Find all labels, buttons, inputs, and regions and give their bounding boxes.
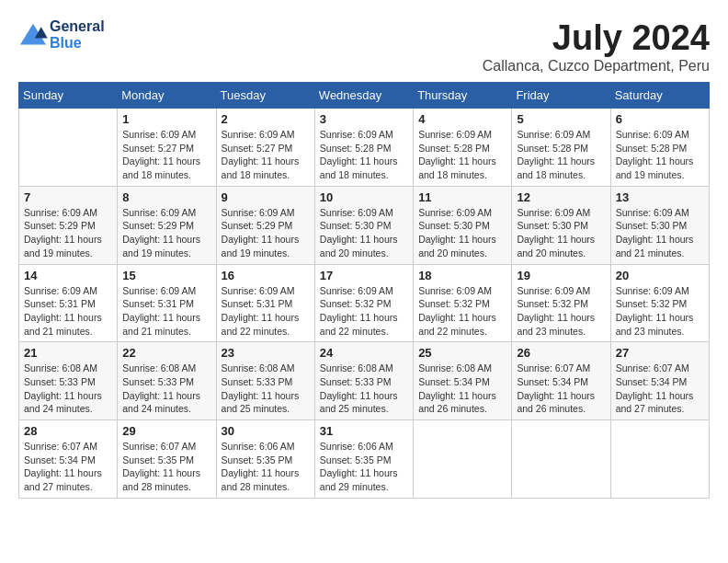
- col-thursday: Thursday: [414, 83, 512, 109]
- table-row: 15 Sunrise: 6:09 AMSunset: 5:31 PMDaylig…: [118, 264, 216, 342]
- day-detail: Sunrise: 6:06 AMSunset: 5:35 PMDaylight:…: [222, 441, 300, 492]
- calendar-week-0: 1 Sunrise: 6:09 AMSunset: 5:27 PMDayligh…: [19, 109, 710, 187]
- day-detail: Sunrise: 6:09 AMSunset: 5:28 PMDaylight:…: [517, 129, 595, 180]
- day-detail: Sunrise: 6:09 AMSunset: 5:32 PMDaylight:…: [616, 285, 694, 337]
- day-number: 18: [418, 269, 506, 282]
- calendar-week-3: 21 Sunrise: 6:08 AMSunset: 5:33 PMDaylig…: [19, 342, 710, 420]
- day-number: 4: [418, 112, 506, 126]
- calendar-table: Sunday Monday Tuesday Wednesday Thursday…: [18, 82, 710, 499]
- day-detail: Sunrise: 6:08 AMSunset: 5:33 PMDaylight:…: [222, 362, 300, 414]
- table-row: 6 Sunrise: 6:09 AMSunset: 5:28 PMDayligh…: [610, 109, 709, 187]
- day-detail: Sunrise: 6:09 AMSunset: 5:31 PMDaylight:…: [222, 285, 300, 337]
- day-detail: Sunrise: 6:09 AMSunset: 5:28 PMDaylight:…: [616, 129, 694, 180]
- day-detail: Sunrise: 6:09 AMSunset: 5:30 PMDaylight:…: [517, 207, 595, 259]
- day-number: 15: [122, 269, 210, 282]
- day-number: 26: [517, 346, 605, 360]
- day-detail: Sunrise: 6:08 AMSunset: 5:33 PMDaylight:…: [320, 362, 398, 414]
- day-detail: Sunrise: 6:09 AMSunset: 5:31 PMDaylight:…: [122, 285, 200, 337]
- table-row: 22 Sunrise: 6:08 AMSunset: 5:33 PMDaylig…: [118, 342, 216, 420]
- day-detail: Sunrise: 6:09 AMSunset: 5:31 PMDaylight:…: [24, 285, 102, 337]
- day-detail: Sunrise: 6:09 AMSunset: 5:30 PMDaylight:…: [418, 207, 496, 259]
- table-row: [19, 109, 118, 187]
- day-number: 8: [122, 190, 210, 204]
- table-row: 4 Sunrise: 6:09 AMSunset: 5:28 PMDayligh…: [414, 109, 512, 187]
- col-saturday: Saturday: [610, 83, 709, 109]
- day-number: 1: [122, 112, 210, 126]
- table-row: 7 Sunrise: 6:09 AMSunset: 5:29 PMDayligh…: [19, 186, 118, 264]
- day-number: 5: [517, 112, 605, 126]
- day-number: 23: [222, 346, 310, 360]
- day-detail: Sunrise: 6:07 AMSunset: 5:35 PMDaylight:…: [122, 441, 200, 492]
- table-row: 25 Sunrise: 6:08 AMSunset: 5:34 PMDaylig…: [414, 342, 512, 420]
- table-row: 16 Sunrise: 6:09 AMSunset: 5:31 PMDaylig…: [216, 264, 314, 342]
- day-number: 13: [616, 190, 704, 204]
- col-sunday: Sunday: [19, 83, 118, 109]
- day-detail: Sunrise: 6:07 AMSunset: 5:34 PMDaylight:…: [517, 362, 595, 414]
- title-block: July 2024 Callanca, Cuzco Department, Pe…: [483, 18, 710, 75]
- table-row: 13 Sunrise: 6:09 AMSunset: 5:30 PMDaylig…: [610, 186, 709, 264]
- col-friday: Friday: [512, 83, 610, 109]
- day-detail: Sunrise: 6:06 AMSunset: 5:35 PMDaylight:…: [320, 441, 398, 492]
- day-detail: Sunrise: 6:08 AMSunset: 5:33 PMDaylight:…: [24, 362, 102, 414]
- day-number: 17: [320, 269, 408, 282]
- table-row: 2 Sunrise: 6:09 AMSunset: 5:27 PMDayligh…: [216, 109, 314, 187]
- col-tuesday: Tuesday: [216, 83, 314, 109]
- table-row: [610, 420, 709, 499]
- day-number: 9: [222, 190, 310, 204]
- day-number: 24: [320, 346, 408, 360]
- table-row: 20 Sunrise: 6:09 AMSunset: 5:32 PMDaylig…: [610, 264, 709, 342]
- day-detail: Sunrise: 6:09 AMSunset: 5:29 PMDaylight:…: [24, 207, 102, 259]
- col-wednesday: Wednesday: [314, 83, 413, 109]
- table-row: 30 Sunrise: 6:06 AMSunset: 5:35 PMDaylig…: [216, 420, 314, 499]
- day-number: 7: [24, 190, 112, 204]
- month-title: July 2024: [483, 18, 710, 58]
- day-detail: Sunrise: 6:09 AMSunset: 5:29 PMDaylight:…: [222, 207, 300, 259]
- day-detail: Sunrise: 6:09 AMSunset: 5:32 PMDaylight:…: [517, 285, 595, 337]
- day-number: 28: [24, 424, 112, 438]
- day-number: 29: [122, 424, 210, 438]
- table-row: 23 Sunrise: 6:08 AMSunset: 5:33 PMDaylig…: [216, 342, 314, 420]
- day-detail: Sunrise: 6:07 AMSunset: 5:34 PMDaylight:…: [24, 441, 102, 492]
- day-number: 14: [24, 269, 112, 282]
- header: General Blue July 2024 Callanca, Cuzco D…: [18, 18, 710, 75]
- day-number: 30: [222, 424, 310, 438]
- location-subtitle: Callanca, Cuzco Department, Peru: [483, 58, 710, 75]
- table-row: 8 Sunrise: 6:09 AMSunset: 5:29 PMDayligh…: [118, 186, 216, 264]
- table-row: 1 Sunrise: 6:09 AMSunset: 5:27 PMDayligh…: [118, 109, 216, 187]
- day-number: 11: [418, 190, 506, 204]
- table-row: 14 Sunrise: 6:09 AMSunset: 5:31 PMDaylig…: [19, 264, 118, 342]
- day-number: 6: [616, 112, 704, 126]
- calendar-week-1: 7 Sunrise: 6:09 AMSunset: 5:29 PMDayligh…: [19, 186, 710, 264]
- day-detail: Sunrise: 6:09 AMSunset: 5:28 PMDaylight:…: [320, 129, 398, 180]
- day-number: 22: [122, 346, 210, 360]
- day-number: 25: [418, 346, 506, 360]
- day-detail: Sunrise: 6:09 AMSunset: 5:30 PMDaylight:…: [616, 207, 694, 259]
- table-row: 11 Sunrise: 6:09 AMSunset: 5:30 PMDaylig…: [414, 186, 512, 264]
- table-row: 28 Sunrise: 6:07 AMSunset: 5:34 PMDaylig…: [19, 420, 118, 499]
- day-number: 20: [616, 269, 704, 282]
- day-number: 2: [222, 112, 310, 126]
- calendar-week-2: 14 Sunrise: 6:09 AMSunset: 5:31 PMDaylig…: [19, 264, 710, 342]
- day-detail: Sunrise: 6:09 AMSunset: 5:30 PMDaylight:…: [320, 207, 398, 259]
- table-row: 17 Sunrise: 6:09 AMSunset: 5:32 PMDaylig…: [314, 264, 413, 342]
- day-number: 12: [517, 190, 605, 204]
- day-detail: Sunrise: 6:08 AMSunset: 5:34 PMDaylight:…: [418, 362, 496, 414]
- day-detail: Sunrise: 6:08 AMSunset: 5:33 PMDaylight:…: [122, 362, 200, 414]
- table-row: 9 Sunrise: 6:09 AMSunset: 5:29 PMDayligh…: [216, 186, 314, 264]
- table-row: [414, 420, 512, 499]
- day-number: 19: [517, 269, 605, 282]
- day-detail: Sunrise: 6:09 AMSunset: 5:32 PMDaylight:…: [418, 285, 496, 337]
- logo-icon: [18, 22, 48, 48]
- day-detail: Sunrise: 6:09 AMSunset: 5:27 PMDaylight:…: [122, 129, 200, 180]
- page-container: General Blue July 2024 Callanca, Cuzco D…: [0, 0, 728, 508]
- col-monday: Monday: [118, 83, 216, 109]
- table-row: [512, 420, 610, 499]
- calendar-week-4: 28 Sunrise: 6:07 AMSunset: 5:34 PMDaylig…: [19, 420, 710, 499]
- day-detail: Sunrise: 6:09 AMSunset: 5:32 PMDaylight:…: [320, 285, 398, 337]
- day-number: 21: [24, 346, 112, 360]
- day-number: 3: [320, 112, 408, 126]
- day-detail: Sunrise: 6:09 AMSunset: 5:28 PMDaylight:…: [418, 129, 496, 180]
- day-detail: Sunrise: 6:09 AMSunset: 5:27 PMDaylight:…: [222, 129, 300, 180]
- logo-text: General Blue: [50, 18, 105, 51]
- table-row: 24 Sunrise: 6:08 AMSunset: 5:33 PMDaylig…: [314, 342, 413, 420]
